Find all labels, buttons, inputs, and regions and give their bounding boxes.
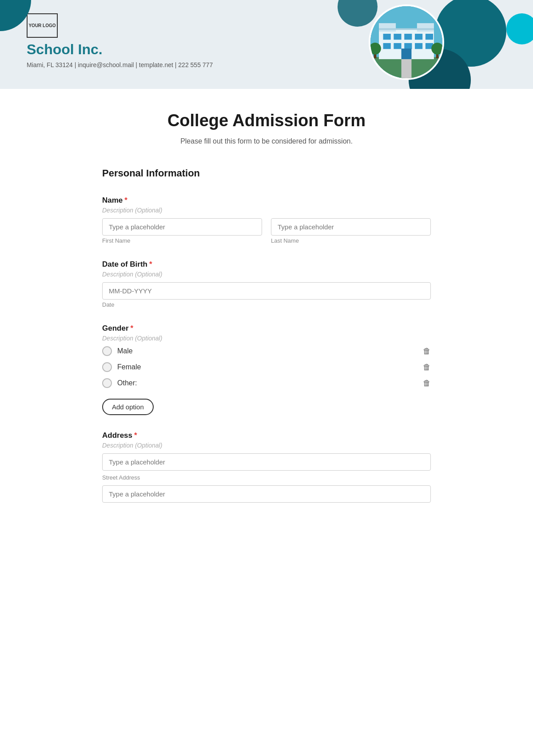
circle-cyan — [506, 13, 533, 44]
delete-male-icon[interactable]: 🗑 — [423, 347, 431, 356]
address-line2-input[interactable] — [102, 485, 431, 503]
dob-description: Description (Optional) — [102, 271, 431, 278]
name-description: Description (Optional) — [102, 207, 431, 214]
svg-rect-6 — [394, 34, 401, 40]
svg-rect-9 — [426, 34, 433, 40]
radio-female[interactable] — [102, 362, 112, 372]
gender-field-group: Gender * Description (Optional) Male 🗑 F… — [102, 324, 431, 415]
add-option-button[interactable]: Add option — [102, 399, 154, 415]
gender-other-label: Other: — [117, 379, 137, 387]
svg-rect-4 — [417, 23, 434, 32]
dob-input[interactable] — [102, 282, 431, 300]
form-title: College Admission Form — [102, 111, 431, 130]
street-address-hint: Street Address — [102, 474, 431, 481]
dob-field-group: Date of Birth * Description (Optional) D… — [102, 260, 431, 308]
svg-rect-15 — [402, 48, 412, 59]
svg-rect-5 — [383, 34, 391, 40]
header-decoration — [346, 0, 533, 89]
svg-rect-11 — [394, 43, 401, 49]
dob-label: Date of Birth * — [102, 260, 431, 269]
last-name-hint: Last Name — [271, 237, 431, 244]
delete-other-icon[interactable]: 🗑 — [423, 379, 431, 388]
logo-text: YOUR LOGO — [28, 23, 56, 28]
gender-male-label: Male — [117, 347, 133, 355]
address-description: Description (Optional) — [102, 442, 431, 449]
gender-option-male: Male 🗑 — [102, 346, 431, 356]
last-name-input[interactable] — [271, 218, 431, 236]
header: YOUR LOGO School Inc. Miami, FL 33124 | … — [0, 0, 533, 89]
delete-female-icon[interactable]: 🗑 — [423, 363, 431, 372]
dob-required-star: * — [149, 260, 152, 269]
radio-male[interactable] — [102, 346, 112, 356]
gender-female-label: Female — [117, 363, 141, 371]
gender-description: Description (Optional) — [102, 335, 431, 342]
address-required-star: * — [134, 431, 137, 440]
gender-required-star: * — [131, 324, 134, 333]
svg-rect-16 — [379, 28, 434, 30]
svg-rect-8 — [415, 34, 422, 40]
name-input-row: First Name Last Name — [102, 218, 431, 244]
section-personal-title: Personal Information — [102, 168, 431, 183]
svg-rect-3 — [379, 23, 396, 32]
svg-rect-21 — [402, 59, 412, 78]
add-option-label: Add option — [112, 403, 144, 411]
svg-rect-13 — [415, 43, 422, 49]
school-building-image — [369, 4, 444, 80]
logo-box: YOUR LOGO — [27, 13, 58, 38]
first-name-wrapper: First Name — [102, 218, 262, 244]
gender-label: Gender * — [102, 324, 431, 333]
street-address-input[interactable] — [102, 453, 431, 471]
first-name-input[interactable] — [102, 218, 262, 236]
address-field-group: Address * Description (Optional) Street … — [102, 431, 431, 503]
gender-option-female: Female 🗑 — [102, 362, 431, 372]
name-required-star: * — [124, 196, 127, 205]
gender-option-other: Other: 🗑 — [102, 378, 431, 388]
address-label: Address * — [102, 431, 431, 440]
dob-hint: Date — [102, 301, 431, 308]
svg-rect-10 — [383, 43, 391, 49]
name-label: Name * — [102, 196, 431, 205]
svg-rect-7 — [404, 34, 412, 40]
first-name-hint: First Name — [102, 237, 262, 244]
main-content: College Admission Form Please fill out t… — [67, 89, 466, 541]
last-name-wrapper: Last Name — [271, 218, 431, 244]
svg-rect-12 — [404, 43, 412, 49]
form-subtitle: Please fill out this form to be consider… — [102, 137, 431, 145]
name-field-group: Name * Description (Optional) First Name… — [102, 196, 431, 244]
radio-other[interactable] — [102, 378, 112, 388]
